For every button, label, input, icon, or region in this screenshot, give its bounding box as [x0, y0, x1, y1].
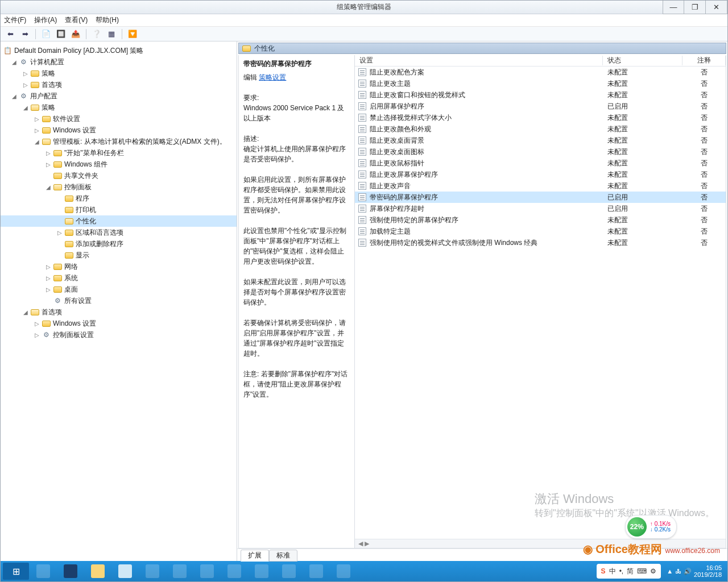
tree-win-components[interactable]: ▷Windows 组件: [1, 159, 237, 170]
close-button[interactable]: ✕: [706, 1, 727, 14]
back-icon[interactable]: ⬅: [4, 28, 16, 40]
taskbar-app6[interactable]: [276, 563, 302, 580]
setting-row[interactable]: 阻止更改颜色和外观未配置否: [355, 123, 726, 135]
tray-flag-icon[interactable]: ▲: [667, 568, 673, 575]
setting-row[interactable]: 阻止更改声音未配置否: [355, 180, 726, 192]
setting-row[interactable]: 强制使用特定的视觉样式文件或强制使用 Windows 经典未配置否: [355, 237, 726, 248]
taskbar-clock[interactable]: 16:05 2019/2/18: [694, 564, 725, 578]
tree-region-lang[interactable]: ▷区域和语言选项: [1, 227, 237, 238]
expand-icon[interactable]: ▷: [34, 332, 40, 338]
tree-win-settings[interactable]: ▷Windows 设置: [1, 124, 237, 136]
tree-personalization[interactable]: 个性化: [1, 215, 237, 227]
export-icon[interactable]: 📤: [69, 28, 82, 40]
maximize-button[interactable]: ❐: [684, 1, 706, 14]
setting-row[interactable]: 阻止更改鼠标指针未配置否: [355, 157, 726, 169]
tree-programs[interactable]: 程序: [1, 193, 237, 204]
expand-icon[interactable]: ▷: [22, 70, 29, 77]
ime-mode[interactable]: 简: [627, 567, 634, 576]
forward-icon[interactable]: ➡: [19, 28, 31, 40]
collapse-icon[interactable]: ◢: [45, 184, 52, 190]
collapse-icon[interactable]: ◢: [11, 93, 18, 99]
ime-keyboard-icon[interactable]: ⌨: [637, 567, 647, 575]
setting-row[interactable]: 加载特定主题未配置否: [355, 226, 726, 237]
collapse-icon[interactable]: ◢: [22, 105, 29, 111]
taskbar-app8[interactable]: [330, 563, 357, 580]
options-icon[interactable]: ▦: [105, 28, 118, 40]
taskbar-app4[interactable]: [221, 563, 247, 580]
taskbar-server-manager[interactable]: [30, 563, 56, 580]
taskbar-app1[interactable]: [139, 563, 166, 580]
tree-start-taskbar[interactable]: ▷"开始"菜单和任务栏: [1, 147, 237, 159]
tree-system[interactable]: ▷系统: [1, 272, 237, 284]
expand-icon[interactable]: ▷: [45, 275, 52, 281]
tree-all-settings[interactable]: ⚙所有设置: [1, 295, 237, 306]
ime-more-icon[interactable]: ⚙: [650, 567, 656, 575]
col-note[interactable]: 注释: [682, 56, 726, 65]
tree-pref-cp[interactable]: ▷⚙控制面板设置: [1, 329, 237, 340]
tree-pane[interactable]: 📋 Default Domain Policy [AD.JLX.COM] 策略 …: [1, 41, 237, 561]
col-name[interactable]: 设置: [355, 56, 603, 65]
setting-row[interactable]: 阻止更改窗口和按钮的视觉样式未配置否: [355, 89, 726, 101]
expand-icon[interactable]: ▷: [34, 321, 40, 327]
expand-icon[interactable]: ▷: [45, 264, 52, 270]
taskbar-powershell[interactable]: [57, 563, 84, 580]
show-hide-icon[interactable]: 🔲: [55, 28, 67, 40]
setting-row[interactable]: 屏幕保护程序超时已启用否: [355, 203, 726, 214]
setting-row[interactable]: 阻止更改配色方案未配置否: [355, 66, 726, 78]
taskbar-app3[interactable]: [194, 563, 220, 580]
menu-view[interactable]: 查看(V): [65, 15, 88, 25]
filter-icon[interactable]: 🔽: [126, 28, 139, 40]
expand-icon[interactable]: ▷: [45, 286, 52, 293]
expand-icon[interactable]: ▷: [34, 116, 40, 122]
menu-help[interactable]: 帮助(H): [96, 15, 119, 25]
ime-lang[interactable]: 中: [609, 567, 616, 576]
setting-row[interactable]: 强制使用特定的屏幕保护程序未配置否: [355, 214, 726, 226]
tree-user-config[interactable]: ◢⚙用户配置: [1, 90, 237, 102]
tab-standard[interactable]: 标准: [269, 550, 297, 562]
start-button[interactable]: ⊞: [3, 563, 29, 580]
taskbar-app5[interactable]: [249, 563, 275, 580]
taskbar[interactable]: ⊞ S 中 •, 简 ⌨ ⚙ ▲ 🖧 🔊: [1, 561, 727, 581]
tree-admin-templates[interactable]: ◢管理模板: 从本地计算机中检索的策略定义(ADMX 文件)。: [1, 136, 237, 147]
setting-row[interactable]: 启用屏幕保护程序已启用否: [355, 101, 726, 112]
setting-row[interactable]: 阻止更改主题未配置否: [355, 78, 726, 89]
taskbar-ie[interactable]: [112, 563, 138, 580]
tree-uc-pref[interactable]: ◢首选项: [1, 306, 237, 318]
ime-punct[interactable]: •,: [619, 567, 624, 575]
tree-add-remove[interactable]: 添加或删除程序: [1, 238, 237, 250]
expand-icon[interactable]: ▷: [56, 230, 63, 236]
collapse-icon[interactable]: ◢: [22, 309, 29, 315]
tree-network[interactable]: ▷网络: [1, 261, 237, 272]
expand-icon[interactable]: ▷: [45, 150, 52, 156]
taskbar-explorer[interactable]: [85, 563, 111, 580]
tree-computer-config[interactable]: ◢⚙计算机配置: [1, 56, 237, 68]
ime-bar[interactable]: S 中 •, 简 ⌨ ⚙: [597, 564, 661, 579]
tree-desktop[interactable]: ▷桌面: [1, 284, 237, 295]
tree-shared-folders[interactable]: 共享文件夹: [1, 170, 237, 181]
setting-row[interactable]: 禁止选择视觉样式字体大小未配置否: [355, 112, 726, 123]
tree-pref-win[interactable]: ▷Windows 设置: [1, 318, 237, 329]
tree-root[interactable]: 📋 Default Domain Policy [AD.JLX.COM] 策略: [1, 45, 237, 56]
taskbar-app2[interactable]: [167, 563, 193, 580]
up-icon[interactable]: 📄: [40, 28, 52, 40]
help-icon[interactable]: ❔: [90, 28, 103, 40]
minimize-button[interactable]: —: [663, 1, 684, 14]
menu-file[interactable]: 文件(F): [4, 15, 26, 25]
setting-row[interactable]: 阻止更改桌面背景未配置否: [355, 135, 726, 146]
taskbar-app7[interactable]: [303, 563, 329, 580]
collapse-icon[interactable]: ◢: [11, 59, 18, 65]
tray-network-icon[interactable]: 🖧: [675, 568, 681, 575]
tree-control-panel[interactable]: ◢控制面板: [1, 181, 237, 193]
network-speed-widget[interactable]: 22% ↑ 0.1K/s ↓ 0.2K/s: [625, 515, 677, 539]
tree-printers[interactable]: 打印机: [1, 204, 237, 215]
settings-list[interactable]: 阻止更改配色方案未配置否阻止更改主题未配置否阻止更改窗口和按钮的视觉样式未配置否…: [355, 66, 726, 539]
tree-cc-pref[interactable]: ▷首选项: [1, 79, 237, 90]
setting-row[interactable]: 阻止更改屏幕保护程序未配置否: [355, 169, 726, 180]
expand-icon[interactable]: ▷: [34, 127, 40, 134]
tree-uc-policy[interactable]: ◢策略: [1, 102, 237, 113]
expand-icon[interactable]: ▷: [45, 161, 52, 168]
col-state[interactable]: 状态: [603, 56, 682, 65]
tray-sound-icon[interactable]: 🔊: [684, 568, 692, 575]
expand-icon[interactable]: ▷: [22, 82, 29, 88]
edit-policy-link[interactable]: 策略设置: [259, 73, 286, 81]
